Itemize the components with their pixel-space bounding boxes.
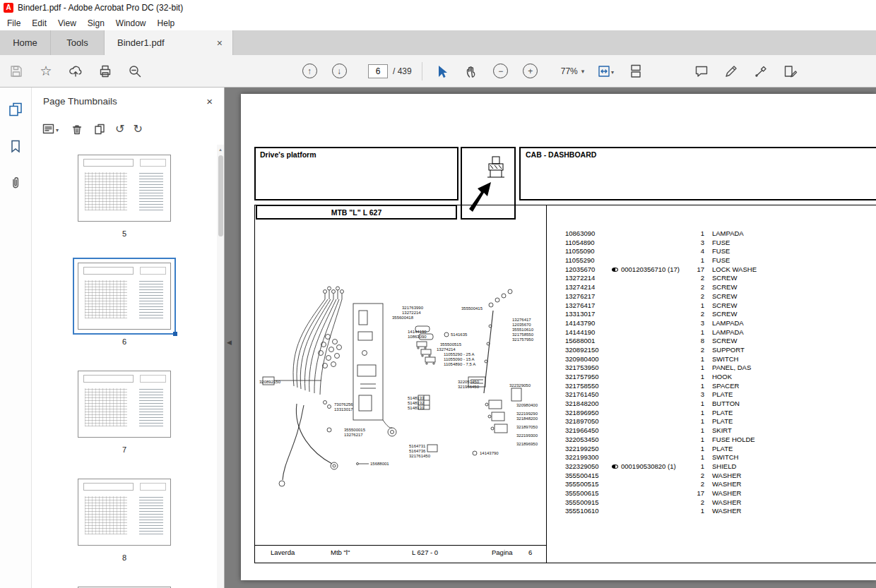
part-row: 3221993001SWITCH	[545, 453, 876, 462]
part-quantity: 1	[683, 382, 704, 391]
part-supersession	[612, 274, 683, 283]
part-supersession	[612, 319, 683, 328]
bookmarks-icon[interactable]	[6, 137, 25, 155]
part-supersession	[612, 292, 683, 301]
part-row: 3555004152WASHER	[545, 472, 876, 481]
zoom-out-icon[interactable]: −	[489, 60, 513, 83]
menu-window[interactable]: Window	[110, 17, 152, 30]
page-number-input[interactable]	[368, 64, 388, 78]
thumbnail-image[interactable]	[78, 155, 171, 222]
part-row: 322329050000190530820 (1)1SHIELD	[545, 462, 876, 472]
part-row: 133130172SCREW	[545, 310, 876, 319]
menubar: FileEditViewSignWindowHelp	[0, 16, 876, 30]
part-row: 3555005152WASHER	[545, 480, 876, 489]
part-supersession	[612, 445, 683, 454]
menu-edit[interactable]: Edit	[26, 17, 52, 30]
svg-text:▾: ▾	[56, 127, 59, 133]
part-quantity: 1	[683, 229, 704, 239]
part-quantity: 1	[683, 409, 704, 418]
part-number: 10863090	[565, 229, 612, 239]
comment-icon[interactable]	[689, 60, 714, 83]
thumbnail-page-8[interactable]: 8	[68, 479, 181, 562]
part-supersession	[612, 436, 683, 445]
scrollbar-thumb[interactable]	[218, 155, 223, 236]
scroll-up-icon[interactable]: ▴	[217, 145, 224, 154]
thumbnail-image[interactable]	[78, 479, 171, 546]
part-row: 3219664501SKIRT	[545, 426, 876, 436]
part-row: 132722142SCREW	[545, 274, 876, 283]
menu-help[interactable]: Help	[152, 17, 181, 30]
menu-file[interactable]: File	[1, 17, 26, 30]
part-supersession	[612, 229, 683, 239]
extract-pages-icon[interactable]	[93, 121, 107, 138]
hand-tool-icon[interactable]	[459, 60, 483, 83]
edit-pdf-icon[interactable]	[779, 60, 803, 83]
model-box: MTB "L" L 627	[256, 205, 457, 220]
part-quantity: 8	[683, 337, 704, 346]
rotate-right-icon[interactable]: ↻	[133, 121, 142, 138]
tab-close-icon[interactable]: ×	[215, 37, 224, 49]
part-quantity: 1	[683, 373, 704, 382]
part-quantity: 1	[683, 462, 704, 472]
thumbnail-list: 56789	[32, 145, 217, 588]
thumbnail-page-7[interactable]: 7	[68, 371, 181, 454]
part-quantity: 1	[683, 436, 704, 445]
request-signature-icon[interactable]	[749, 60, 773, 83]
thumbnail-page-5[interactable]: 5	[68, 155, 181, 238]
star-icon[interactable]: ☆	[34, 60, 58, 83]
previous-page-icon[interactable]: ↑	[297, 60, 321, 83]
options-icon[interactable]: ▾	[42, 121, 61, 138]
tab-home[interactable]: Home	[0, 30, 51, 55]
part-description: LAMPADA	[712, 328, 876, 337]
part-row: 3217614503PLATE	[545, 390, 876, 400]
save-icon[interactable]	[4, 60, 28, 83]
part-description: LOCK WASHE	[712, 265, 876, 275]
part-number: 321848200	[565, 400, 612, 409]
part-row: 156880018SCREW	[545, 337, 876, 346]
delete-pages-icon[interactable]	[70, 121, 84, 138]
rotate-left-icon[interactable]: ↺	[115, 121, 124, 138]
part-quantity: 3	[683, 390, 704, 400]
part-quantity: 1	[683, 453, 704, 462]
fill-sign-icon[interactable]	[719, 60, 743, 83]
select-arrow-icon[interactable]	[430, 60, 454, 83]
part-row: 132742142SCREW	[545, 283, 876, 292]
part-supersession	[612, 400, 683, 409]
part-description: SCREW	[712, 310, 876, 319]
page-thumbnails-icon[interactable]	[6, 100, 25, 119]
tab-binder1-pdf[interactable]: Binder1.pdf×	[105, 30, 233, 55]
attachments-icon[interactable]	[6, 174, 25, 192]
part-supersession	[612, 247, 683, 256]
content-area: Page Thumbnails × ▾ ↺ ↻ 56789 ▴ ◀ Drive'…	[0, 88, 876, 588]
page-display-icon[interactable]	[624, 60, 648, 83]
part-row: 108630901LAMPADA	[545, 229, 876, 239]
part-description: FUSE HOLDE	[712, 436, 876, 445]
fit-width-icon[interactable]: ▾	[594, 60, 618, 83]
footer-divider	[255, 545, 546, 546]
print-icon[interactable]	[93, 60, 117, 83]
next-page-icon[interactable]: ↓	[327, 60, 351, 83]
zoom-tool-icon[interactable]	[123, 60, 147, 83]
thumbnail-image[interactable]	[78, 263, 171, 330]
share-cloud-icon[interactable]	[64, 60, 88, 83]
part-description: SCREW	[712, 292, 876, 301]
tab-tools[interactable]: Tools	[51, 30, 105, 55]
menu-sign[interactable]: Sign	[82, 17, 110, 30]
part-description: WASHER	[712, 480, 876, 489]
close-icon[interactable]: ×	[206, 95, 213, 107]
part-number: 15688001	[565, 337, 612, 346]
zoom-in-icon[interactable]: +	[519, 60, 543, 83]
part-number: 355510610	[565, 507, 612, 516]
part-description: SUPPORT	[712, 346, 876, 355]
part-row: 3217585501SPACER	[545, 382, 876, 391]
thumbnail-page-6[interactable]: 6	[68, 263, 181, 346]
part-quantity: 2	[683, 292, 704, 301]
part-row: 141441901LAMPADA	[545, 328, 876, 337]
part-number: 12035670	[565, 265, 612, 275]
thumbnail-image[interactable]	[78, 371, 171, 438]
part-quantity: 17	[683, 265, 704, 275]
panel-scrollbar[interactable]: ▴	[217, 145, 224, 588]
zoom-level-dropdown[interactable]: 77% ▾	[558, 66, 588, 76]
menu-view[interactable]: View	[52, 17, 82, 30]
panel-collapse-icon[interactable]: ◀	[227, 339, 232, 346]
